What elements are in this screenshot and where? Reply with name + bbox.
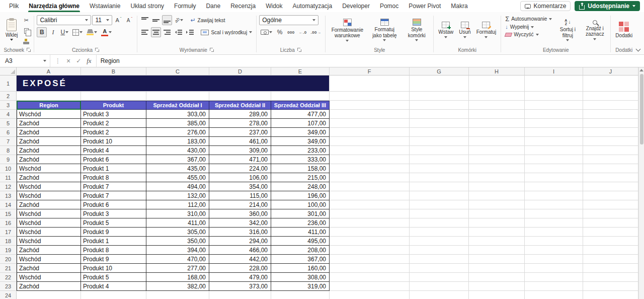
format-painter-button[interactable] — [21, 36, 31, 46]
cell-J12[interactable] — [583, 182, 638, 191]
cell-C2[interactable] — [146, 92, 209, 101]
cell-D2[interactable] — [209, 92, 271, 101]
tab-developer[interactable]: Developer — [337, 0, 375, 12]
cell-B19[interactable]: Produkt 8 — [81, 246, 146, 255]
cell-F20[interactable] — [330, 255, 410, 264]
cell-D10[interactable]: 224,00 — [209, 164, 271, 173]
align-top-button[interactable] — [140, 15, 150, 25]
cell-I24[interactable] — [525, 291, 583, 299]
cell-G23[interactable] — [410, 282, 469, 291]
row-header-1[interactable]: 1 — [0, 76, 17, 92]
cell-F21[interactable] — [330, 264, 410, 273]
cell-G18[interactable] — [410, 237, 469, 246]
format-as-table-button[interactable]: Formatuj jako tabelę — [368, 17, 401, 43]
cell-B15[interactable]: Produkt 3 — [81, 209, 146, 218]
cell-I21[interactable] — [525, 264, 583, 273]
wrap-text-button[interactable]: ↵ Zawijaj tekst — [189, 17, 226, 24]
cell-G17[interactable] — [410, 228, 469, 237]
cell-D20[interactable]: 442,00 — [209, 255, 271, 264]
row-header-4[interactable]: 4 — [0, 110, 17, 119]
cell-I4[interactable] — [525, 110, 583, 119]
font-size-select[interactable]: 11 — [92, 15, 112, 25]
borders-button[interactable] — [71, 27, 84, 37]
cell-B12[interactable]: Produkt 7 — [81, 182, 146, 191]
cell-F8[interactable] — [330, 146, 410, 155]
row-header-15[interactable]: 15 — [0, 209, 17, 218]
row-header-8[interactable]: 8 — [0, 146, 17, 155]
cell-B14[interactable]: Produkt 6 — [81, 200, 146, 209]
cell-J2[interactable] — [583, 92, 638, 101]
cell-E15[interactable]: 301,00 — [271, 209, 330, 218]
cell-G9[interactable] — [410, 155, 469, 164]
cell-D6[interactable]: 237,00 — [209, 128, 271, 137]
cell-E5[interactable]: 107,00 — [271, 119, 330, 128]
number-format-select[interactable]: Ogólne — [259, 15, 318, 25]
row-header-16[interactable]: 16 — [0, 218, 17, 228]
cell-B7[interactable]: Produkt 10 — [81, 137, 146, 146]
cell-C4[interactable]: 303,00 — [146, 110, 209, 119]
cell-E9[interactable]: 333,00 — [271, 155, 330, 164]
tab-układ-strony[interactable]: Układ strony — [125, 0, 169, 12]
cell-D15[interactable]: 360,00 — [209, 209, 271, 218]
clipboard-dialog-launcher-icon[interactable] — [27, 48, 31, 52]
scroll-thumb[interactable] — [640, 74, 643, 144]
cell-F9[interactable] — [330, 155, 410, 164]
cell-C7[interactable]: 183,00 — [146, 137, 209, 146]
tab-plik[interactable]: Plik — [4, 0, 24, 12]
tab-formuły[interactable]: Formuły — [169, 0, 201, 12]
cell-G24[interactable] — [410, 291, 469, 299]
sort-filter-button[interactable]: A Z ↓ Sortuj i filtruj — [555, 17, 580, 43]
cell-J3[interactable] — [583, 101, 638, 110]
cell-D5[interactable]: 278,00 — [209, 119, 271, 128]
cell-F2[interactable] — [330, 92, 410, 101]
cell-C22[interactable]: 168,00 — [146, 273, 209, 282]
column-header-I[interactable]: I — [525, 67, 583, 76]
cell-C11[interactable]: 455,00 — [146, 173, 209, 182]
number-dialog-launcher-icon[interactable] — [297, 48, 302, 52]
cell-I18[interactable] — [525, 237, 583, 246]
cell-H20[interactable] — [469, 255, 525, 264]
cell-I8[interactable] — [525, 146, 583, 155]
cell-B23[interactable]: Produkt 4 — [81, 282, 146, 291]
cell-I3[interactable] — [525, 101, 583, 110]
grow-font-button[interactable]: Aˆ — [113, 15, 123, 25]
tab-dane[interactable]: Dane — [201, 0, 225, 12]
autosum-button[interactable]: Σ Autosumowanie — [504, 15, 553, 23]
comma-style-button[interactable]: 000 — [286, 27, 296, 37]
column-header-E[interactable]: E — [271, 67, 330, 76]
font-color-button[interactable]: A — [100, 27, 113, 37]
cell-J22[interactable] — [583, 273, 638, 282]
decrease-decimal-button[interactable]: .00→ — [309, 27, 323, 37]
cell-G15[interactable] — [410, 209, 469, 218]
cell-E12[interactable]: 248,00 — [271, 182, 330, 191]
cell-D22[interactable]: 479,00 — [209, 273, 271, 282]
cell-G6[interactable] — [410, 128, 469, 137]
tab-power-pivot[interactable]: Power Pivot — [404, 0, 446, 12]
increase-decimal-button[interactable]: ←.0 — [297, 27, 308, 37]
cell-J21[interactable] — [583, 264, 638, 273]
row-header-17[interactable]: 17 — [0, 228, 17, 237]
cell-D9[interactable]: 471,00 — [209, 155, 271, 164]
cell-A3[interactable]: Region — [17, 101, 81, 110]
cell-D16[interactable]: 342,00 — [209, 218, 271, 228]
column-header-G[interactable]: G — [410, 67, 469, 76]
cell-F24[interactable] — [330, 291, 410, 299]
cell-I23[interactable] — [525, 282, 583, 291]
cell-E11[interactable]: 215,00 — [271, 173, 330, 182]
cell-J13[interactable] — [583, 191, 638, 200]
cell-G11[interactable] — [410, 173, 469, 182]
cell-A9[interactable]: Zachód — [17, 155, 81, 164]
insert-cells-button[interactable]: Wstaw — [436, 20, 455, 40]
row-header-3[interactable]: 3 — [0, 101, 17, 110]
orientation-button[interactable]: ab — [173, 15, 185, 25]
cell-E6[interactable]: 349,00 — [271, 128, 330, 137]
cell-B8[interactable]: Produkt 4 — [81, 146, 146, 155]
cell-H16[interactable] — [469, 218, 525, 228]
cell-A21[interactable]: Zachód — [17, 264, 81, 273]
cell-H3[interactable] — [469, 101, 525, 110]
bold-button[interactable]: B — [37, 27, 47, 37]
cell-C14[interactable]: 112,00 — [146, 200, 209, 209]
insert-function-icon[interactable]: fx — [87, 57, 91, 65]
cell-B9[interactable]: Produkt 6 — [81, 155, 146, 164]
cut-button[interactable]: ✂ — [21, 15, 31, 25]
